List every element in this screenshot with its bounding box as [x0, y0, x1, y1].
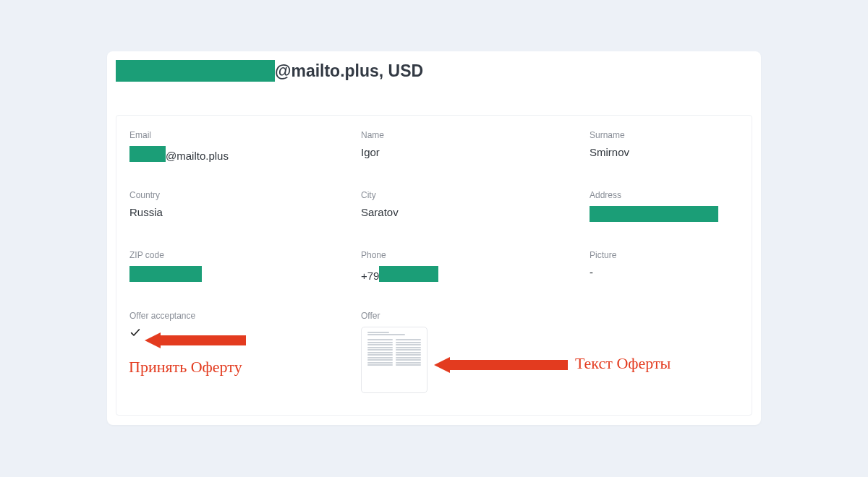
card-title-row: @mailto.plus, USD: [116, 60, 423, 82]
value-name: Igor: [361, 146, 556, 158]
field-city: City Saratov: [361, 190, 556, 218]
field-address: Address: [590, 190, 785, 224]
phone-prefix: +79: [361, 270, 379, 282]
value-city: Saratov: [361, 206, 556, 218]
value-phone: +79: [361, 266, 556, 282]
field-zip: ZIP code: [129, 250, 325, 284]
label-country: Country: [129, 190, 325, 200]
label-offer-acceptance: Offer acceptance: [129, 311, 325, 321]
annotation-label-offer-text: Текст Оферты: [575, 354, 671, 373]
value-country: Russia: [129, 206, 325, 218]
field-offer: Offer: [361, 311, 556, 393]
label-address: Address: [590, 190, 785, 200]
field-surname: Surname Smirnov: [590, 130, 785, 158]
value-offer-acceptance[interactable]: [129, 327, 325, 340]
value-surname: Smirnov: [590, 146, 785, 158]
field-country: Country Russia: [129, 190, 325, 218]
label-name: Name: [361, 130, 556, 140]
phone-redacted: [379, 266, 438, 282]
label-picture: Picture: [590, 250, 785, 260]
field-picture: Picture -: [590, 250, 785, 278]
value-email: @mailto.plus: [129, 146, 325, 162]
value-zip: [129, 266, 325, 284]
field-name: Name Igor: [361, 130, 556, 158]
card-title: @mailto.plus, USD: [275, 61, 423, 81]
label-email: Email: [129, 130, 325, 140]
annotation-label-accept: Принять Оферту: [129, 358, 242, 377]
value-address: [590, 206, 785, 224]
label-city: City: [361, 190, 556, 200]
address-redacted: [590, 206, 718, 222]
label-phone: Phone: [361, 250, 556, 260]
email-redacted: [129, 146, 166, 162]
field-email: Email @mailto.plus: [129, 130, 325, 162]
offer-document-thumbnail[interactable]: [361, 327, 427, 393]
label-zip: ZIP code: [129, 250, 325, 260]
field-offer-acceptance: Offer acceptance: [129, 311, 325, 340]
value-picture: -: [590, 266, 785, 278]
title-redacted-block: [116, 60, 275, 82]
check-icon: [129, 327, 141, 338]
label-surname: Surname: [590, 130, 785, 140]
label-offer: Offer: [361, 311, 556, 321]
zip-redacted: [129, 266, 202, 282]
email-suffix: @mailto.plus: [166, 150, 229, 162]
field-phone: Phone +79: [361, 250, 556, 282]
